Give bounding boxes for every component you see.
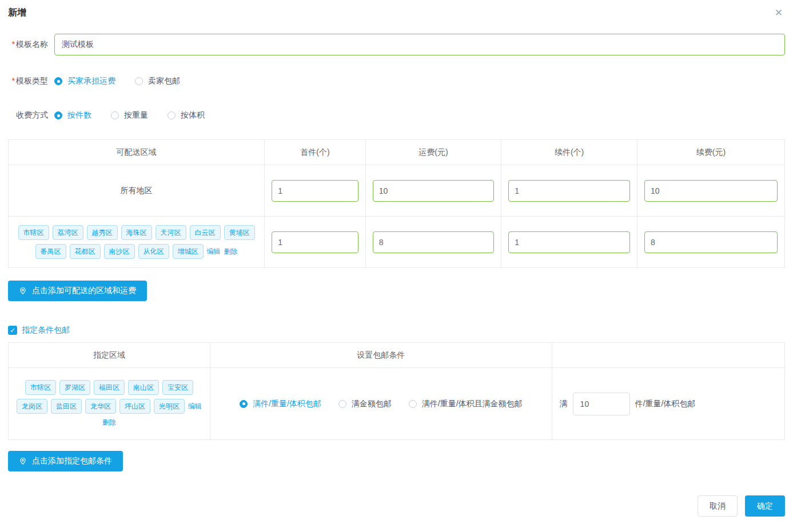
dialog-title: 新增 <box>8 7 26 19</box>
region-tag: 花都区 <box>70 244 101 259</box>
region-tag: 荔湾区 <box>53 225 83 240</box>
add-region-button-label: 点击添加可配送的区域和运费 <box>32 286 136 296</box>
template-type-radio-option[interactable]: 卖家包邮 <box>135 76 180 86</box>
radio-icon <box>54 111 62 119</box>
charge-method-radio-option[interactable]: 按重量 <box>111 110 148 121</box>
radio-icon <box>135 77 143 85</box>
region-tag: 从化区 <box>138 244 169 259</box>
free-shipping-table-wrap: 指定区域 设置包邮条件 市辖区罗湖区福田区南山区宝安区龙岗区盐田区龙华区坪山区光… <box>8 342 785 440</box>
ship-fee-input[interactable] <box>373 180 495 202</box>
radio-icon <box>111 111 119 119</box>
region-tag: 福田区 <box>94 380 125 395</box>
location-pin-icon <box>19 287 27 295</box>
col-header-assigned-region: 指定区域 <box>9 343 210 368</box>
region-tag: 番禺区 <box>35 244 66 259</box>
next-qty-input[interactable] <box>508 180 630 202</box>
radio-option-label: 卖家包邮 <box>148 76 180 86</box>
col-header-next-qty: 续件(个) <box>501 140 637 165</box>
add-condition-button-label: 点击添加指定包邮条件 <box>32 456 112 466</box>
region-tag: 光明区 <box>154 399 185 414</box>
add-condition-button[interactable]: 点击添加指定包邮条件 <box>8 451 123 471</box>
free-shipping-checkbox-row[interactable]: ✓ 指定条件包邮 <box>8 325 785 335</box>
radio-icon <box>338 400 346 408</box>
dialog-footer: 取消 确定 <box>8 495 785 517</box>
next-qty-input[interactable] <box>508 231 630 253</box>
radio-option-label: 买家承担运费 <box>67 76 115 86</box>
region-tag: 坪山区 <box>119 399 150 414</box>
template-type-row: *模板类型 买家承担运费 卖家包邮 <box>8 76 785 86</box>
template-name-input[interactable] <box>54 34 785 55</box>
delete-regions-link[interactable]: 删除 <box>102 418 116 427</box>
condition-radio-option[interactable]: 满金额包邮 <box>338 399 392 409</box>
location-pin-icon <box>19 457 27 465</box>
region-tag: 海珠区 <box>121 225 152 240</box>
shipping-table-header-row: 可配送区域 首件(个) 运费(元) 续件(个) 续费(元) <box>9 140 785 165</box>
condition-radio-option[interactable]: 满件/重量/体积且满金额包邮 <box>409 399 523 409</box>
table-row-all-regions: 所有地区 <box>9 165 785 217</box>
region-tag: 南山区 <box>128 380 159 395</box>
radio-option-label: 按重量 <box>124 110 148 121</box>
region-tag: 越秀区 <box>87 225 118 240</box>
ship-fee-input[interactable] <box>373 231 495 253</box>
next-fee-input[interactable] <box>644 231 778 253</box>
region-tag: 南沙区 <box>104 244 135 259</box>
confirm-button[interactable]: 确定 <box>745 495 785 517</box>
template-type-label: *模板类型 <box>8 76 48 86</box>
region-tag: 增城区 <box>173 244 204 259</box>
required-mark: * <box>12 39 15 49</box>
region-tag: 龙岗区 <box>17 399 47 414</box>
region-tag: 宝安区 <box>162 380 193 395</box>
threshold-input[interactable] <box>573 393 630 415</box>
col-header-next-fee: 续费(元) <box>637 140 784 165</box>
edit-regions-link[interactable]: 编辑 <box>188 402 202 411</box>
assigned-region-tag-list: 市辖区罗湖区福田区南山区宝安区龙岗区盐田区龙华区坪山区光明区编辑 删除 <box>9 374 209 434</box>
condition-radio-group: 满件/重量/体积包邮 满金额包邮 满件/重量/体积且满金额包邮 <box>211 399 551 409</box>
region-tag: 盐田区 <box>51 399 82 414</box>
radio-option-label: 满件/重量/体积包邮 <box>253 399 321 409</box>
next-fee-input[interactable] <box>644 180 778 202</box>
delete-regions-link[interactable]: 删除 <box>224 247 238 257</box>
add-region-button[interactable]: 点击添加可配送的区域和运费 <box>8 281 147 301</box>
first-qty-input[interactable] <box>272 180 358 202</box>
shipping-table: 可配送区域 首件(个) 运费(元) 续件(个) 续费(元) 所有地区 <box>8 139 785 268</box>
required-mark: * <box>12 76 15 85</box>
template-name-row: *模板名称 <box>8 34 785 55</box>
region-cell-all: 所有地区 <box>9 165 265 217</box>
threshold-suffix: 件/重量/体积包邮 <box>635 399 696 409</box>
template-name-label: *模板名称 <box>8 39 48 50</box>
region-tag: 黄埔区 <box>224 225 255 240</box>
col-header-empty <box>552 343 784 368</box>
region-tag: 天河区 <box>156 225 186 240</box>
add-template-dialog: 新增 ✕ *模板名称 *模板类型 买家承担运费 卖家包 <box>0 0 793 517</box>
first-qty-input[interactable] <box>272 231 358 253</box>
charge-method-row: 收费方式 按件数 按重量 按体积 <box>8 110 785 121</box>
dialog-header: 新增 ✕ <box>0 0 793 19</box>
radio-option-label: 按件数 <box>67 110 91 121</box>
cancel-button[interactable]: 取消 <box>698 495 738 517</box>
col-header-condition: 设置包邮条件 <box>210 343 552 368</box>
col-header-region: 可配送区域 <box>9 140 265 165</box>
free-shipping-row: 市辖区罗湖区福田区南山区宝安区龙岗区盐田区龙华区坪山区光明区编辑 删除 满件/重… <box>9 368 785 440</box>
checkbox-checked-icon[interactable]: ✓ <box>8 326 17 335</box>
radio-icon <box>168 111 176 119</box>
charge-method-label: 收费方式 <box>8 110 48 121</box>
region-tag: 市辖区 <box>18 225 49 240</box>
condition-radio-option[interactable]: 满件/重量/体积包邮 <box>240 399 321 409</box>
charge-method-radio-option[interactable]: 按件数 <box>54 110 91 121</box>
dialog-body: *模板名称 *模板类型 买家承担运费 卖家包邮 <box>0 34 793 517</box>
close-icon[interactable]: ✕ <box>774 7 784 19</box>
free-shipping-table: 指定区域 设置包邮条件 市辖区罗湖区福田区南山区宝安区龙岗区盐田区龙华区坪山区光… <box>8 342 785 440</box>
shipping-table-wrap: 可配送区域 首件(个) 运费(元) 续件(个) 续费(元) 所有地区 <box>8 139 785 268</box>
region-tag: 市辖区 <box>25 380 56 395</box>
radio-option-label: 满件/重量/体积且满金额包邮 <box>422 399 523 409</box>
radio-icon <box>409 400 417 408</box>
edit-regions-link[interactable]: 编辑 <box>207 247 221 257</box>
template-type-radio-group: 买家承担运费 卖家包邮 <box>54 76 200 86</box>
threshold-prefix: 满 <box>560 399 568 409</box>
charge-method-radio-option[interactable]: 按体积 <box>168 110 205 121</box>
region-tag: 罗湖区 <box>59 380 90 395</box>
region-tag-list: 市辖区荔湾区越秀区海珠区天河区白云区黄埔区番禺区花都区南沙区从化区增城区编辑 删… <box>9 219 264 265</box>
template-type-radio-option[interactable]: 买家承担运费 <box>54 76 115 86</box>
free-shipping-checkbox-label: 指定条件包邮 <box>22 325 70 335</box>
radio-icon <box>240 400 248 408</box>
